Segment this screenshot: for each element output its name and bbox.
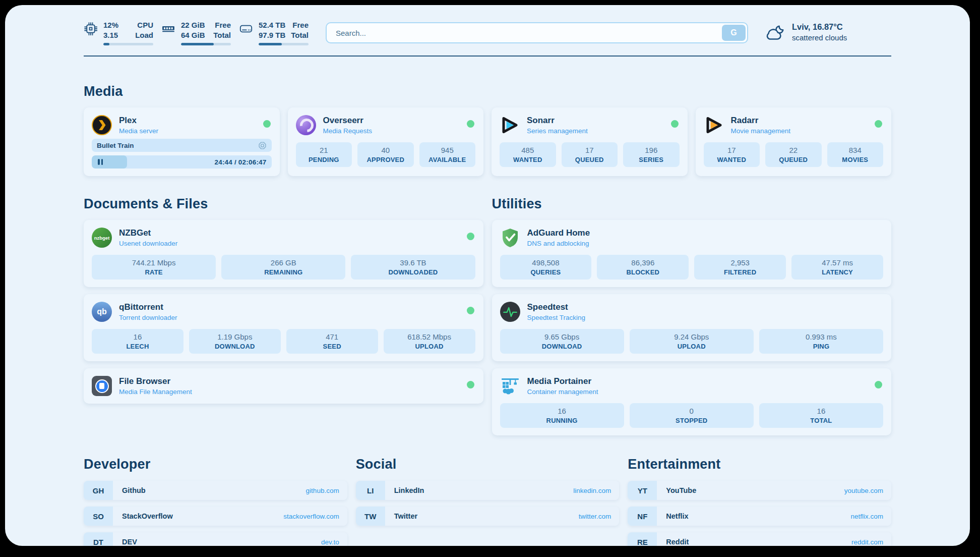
stat-pill: 196 SERIES — [623, 142, 680, 167]
bookmark-url: github.com — [306, 487, 339, 494]
plex-icon — [92, 115, 112, 135]
stat-pill: 834 MOVIES — [827, 142, 884, 167]
dashboard-screenshot: { "topbar": { "stats": [ { "icon": "cpu-… — [0, 0, 980, 557]
app-card-filebrowser: File Browser Media File Management — [84, 368, 483, 404]
bookmark-url: stackoverflow.com — [283, 513, 339, 520]
bookmark-abbr: RE — [628, 532, 657, 546]
bookmark-twitter[interactable]: TW Twitter twitter.com — [356, 507, 620, 526]
topbar: 12% 3.15 CPU Load — [84, 18, 891, 47]
app-card-adguard: AdGuard Home DNS and adblocking 498,508 … — [492, 220, 892, 287]
stat-pill: 9.24 Gbps UPLOAD — [630, 329, 754, 354]
status-dot — [875, 381, 882, 388]
weather-condition: scattered clouds — [792, 33, 847, 42]
ram-label-top: Free — [215, 20, 231, 30]
app-description: Movie management — [731, 127, 791, 135]
media-section-title: Media — [84, 84, 891, 99]
disk-label-bottom: Total — [291, 30, 309, 40]
stat-pill: 22 QUEUED — [765, 142, 822, 167]
weather-location-temp: Lviv, 16.87°C — [792, 22, 847, 32]
search-engine-button[interactable]: G — [722, 25, 746, 41]
bookmark-group-entertainment: Entertainment YT YouTube youtube.com NF … — [628, 457, 891, 546]
app-description: DNS and adblocking — [527, 240, 590, 247]
weather-widget[interactable]: Lviv, 16.87°C scattered clouds — [764, 22, 891, 43]
app-description: Media Requests — [323, 127, 373, 135]
app-link-sonarr[interactable]: Sonarr Series management — [500, 115, 680, 135]
bookmark-name: Github — [122, 486, 146, 494]
stat-pill: 40 APPROVED — [357, 142, 414, 167]
disk-progress-bar — [259, 43, 309, 45]
bookmark-abbr: GH — [84, 481, 113, 500]
app-link-adguard[interactable]: AdGuard Home DNS and adblocking — [500, 228, 884, 248]
playback-time: 24:44 / 02:06:47 — [214, 158, 266, 166]
app-card-plex: Plex Media server Bullet Train — [84, 107, 280, 176]
portainer-icon — [500, 376, 520, 396]
app-card-nzbget: nzbget NZBGet Usenet downloader 744.21 M… — [84, 220, 483, 287]
disk-icon — [239, 22, 253, 36]
cpu-usage-value: 12% — [103, 20, 118, 30]
stat-pill: 16 RUNNING — [500, 403, 624, 428]
bookmark-name: Twitter — [394, 512, 417, 520]
bookmark-github[interactable]: GH Github github.com — [84, 481, 347, 500]
app-card-sonarr: Sonarr Series management 485 WANTED 17 Q… — [492, 107, 688, 176]
app-link-filebrowser[interactable]: File Browser Media File Management — [92, 376, 475, 396]
app-link-qbittorrent[interactable]: qb qBittorrent Torrent downloader — [92, 302, 475, 322]
ram-free-value: 22 GiB — [181, 20, 205, 30]
search-input[interactable] — [326, 22, 748, 43]
cloud-icon — [764, 23, 785, 43]
stat-pill: 9.65 Gbps DOWNLOAD — [500, 329, 624, 354]
app-description: Media File Management — [119, 388, 192, 396]
playback-elapsed — [92, 155, 127, 169]
stat-pill: 17 QUEUED — [562, 142, 618, 167]
app-link-portainer[interactable]: Media Portainer Container management — [500, 376, 884, 396]
now-playing-title: Bullet Train — [97, 142, 134, 149]
media-session-button[interactable] — [258, 141, 267, 150]
app-link-speedtest[interactable]: Speedtest Speedtest Tracking — [500, 302, 884, 322]
bookmark-url: youtube.com — [844, 487, 883, 494]
disk-free-value: 52.4 TB — [259, 20, 285, 30]
app-link-overseerr[interactable]: Overseerr Media Requests — [296, 115, 476, 135]
bookmark-abbr: SO — [84, 507, 113, 526]
app-description: Torrent downloader — [119, 314, 177, 321]
cpu-label-bottom: Load — [135, 30, 153, 40]
nzbget-icon: nzbget — [92, 228, 112, 248]
stat-pill: 21 PENDING — [296, 142, 352, 167]
session-icon — [258, 141, 267, 150]
bookmark-reddit[interactable]: RE Reddit reddit.com — [628, 532, 891, 546]
app-link-plex[interactable]: Plex Media server — [92, 115, 272, 135]
disk-label-top: Free — [292, 20, 309, 30]
app-name: File Browser — [119, 376, 192, 386]
cpu-stat: 12% 3.15 CPU Load — [84, 20, 153, 45]
bookmark-name: YouTube — [666, 486, 696, 494]
app-link-nzbget[interactable]: nzbget NZBGet Usenet downloader — [92, 228, 475, 248]
app-description: Speedtest Tracking — [527, 314, 586, 321]
bookmark-url: linkedin.com — [573, 487, 611, 494]
stat-pill: 471 SEED — [286, 329, 378, 354]
stat-pill: 744.21 Mbps RATE — [92, 255, 216, 280]
bookmark-youtube[interactable]: YT YouTube youtube.com — [628, 481, 891, 500]
bookmark-stackoverflow[interactable]: SO StackOverflow stackoverflow.com — [84, 507, 347, 526]
qbittorrent-icon: qb — [92, 302, 112, 322]
section-utilities: Utilities — [492, 196, 892, 435]
section-documents: Documents & Files nzbget NZBGet Usenet d… — [84, 196, 483, 435]
ram-icon — [161, 22, 175, 36]
app-link-radarr[interactable]: Radarr Movie management — [704, 115, 884, 135]
status-dot — [467, 120, 474, 128]
speedtest-icon — [500, 302, 520, 322]
sonarr-icon — [500, 115, 520, 135]
app-name: Plex — [119, 116, 158, 126]
dashboard-page: 12% 3.15 CPU Load — [5, 5, 970, 546]
app-name: NZBGet — [119, 228, 177, 238]
app-description: Media server — [119, 127, 158, 135]
search-bar: G — [326, 22, 748, 43]
bookmark-name: StackOverflow — [122, 512, 173, 520]
bookmark-dev[interactable]: DT DEV dev.to — [84, 532, 347, 546]
system-stats: 12% 3.15 CPU Load — [84, 20, 309, 45]
bookmark-url: netflix.com — [850, 513, 883, 520]
bookmark-group-social: Social LI LinkedIn linkedin.com TW Twitt… — [356, 457, 620, 546]
bookmark-netflix[interactable]: NF Netflix netflix.com — [628, 507, 891, 526]
bookmark-linkedin[interactable]: LI LinkedIn linkedin.com — [356, 481, 620, 500]
cpu-label-top: CPU — [137, 20, 153, 30]
topbar-divider — [84, 55, 891, 57]
stat-pill: 2,953 FILTERED — [694, 255, 786, 280]
app-name: Media Portainer — [527, 376, 598, 386]
